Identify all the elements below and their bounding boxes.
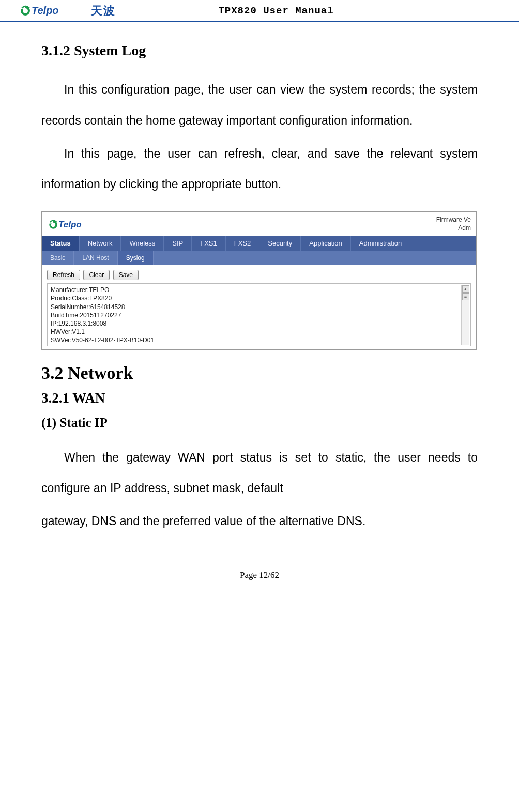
subtab-lanhost[interactable]: LAN Host: [74, 251, 117, 265]
subtab-syslog[interactable]: Syslog: [118, 251, 154, 265]
firmware-label: Firmware Ve Adm: [436, 216, 471, 232]
tab-administration[interactable]: Administration: [351, 236, 410, 251]
scrollbar[interactable]: ▴ ≡: [461, 285, 469, 344]
syslog-content: Manufacturer:TELPO ProductClass:TPX820 S…: [51, 286, 467, 344]
firmware-line1: Firmware Ve: [436, 216, 471, 224]
page-content: 3.1.2 System Log In this configuration p…: [0, 22, 519, 537]
subtab-basic[interactable]: Basic: [42, 251, 74, 265]
clear-button[interactable]: Clear: [83, 270, 110, 280]
syslog-screenshot: Telpo Firmware Ve Adm Status Network Wir…: [41, 211, 477, 349]
telpo-logo-icon: Telpo: [21, 3, 88, 19]
svg-text:Telpo: Telpo: [58, 220, 82, 229]
brand-logo: Telpo 天波: [21, 3, 116, 19]
refresh-button[interactable]: Refresh: [47, 270, 80, 280]
tab-status[interactable]: Status: [42, 236, 80, 251]
syslog-textarea[interactable]: Manufacturer:TELPO ProductClass:TPX820 S…: [47, 283, 471, 346]
main-tabs: Status Network Wireless SIP FXS1 FXS2 Se…: [42, 236, 476, 251]
firmware-line2: Adm: [436, 224, 471, 233]
tab-sip[interactable]: SIP: [164, 236, 192, 251]
heading-3-1-2: 3.1.2 System Log: [41, 42, 478, 59]
tab-application[interactable]: Application: [301, 236, 351, 251]
tab-security[interactable]: Security: [260, 236, 301, 251]
tab-network[interactable]: Network: [80, 236, 121, 251]
svg-text:Telpo: Telpo: [32, 5, 59, 16]
manual-title: TPX820 User Manual: [116, 5, 498, 17]
para-312-1: In this configuration page, the user can…: [41, 74, 478, 136]
heading-static-ip: (1) Static IP: [41, 416, 478, 430]
para-321-1: When the gateway WAN port status is set …: [41, 442, 478, 504]
scroll-up-icon[interactable]: ▴: [462, 285, 469, 293]
tab-fxs1[interactable]: FXS1: [192, 236, 226, 251]
para-312-2: In this page, the user can refresh, clea…: [41, 139, 478, 201]
page-header: Telpo 天波 TPX820 User Manual: [0, 0, 519, 22]
para-321-2: gateway, DNS and the preferred value of …: [41, 506, 478, 537]
page-footer: Page 12/62: [0, 539, 519, 591]
scroll-thumb[interactable]: ≡: [462, 293, 469, 300]
heading-3-2-1: 3.2.1 WAN: [41, 390, 478, 406]
telpo-logo-icon: Telpo: [49, 216, 106, 234]
tab-wireless[interactable]: Wireless: [121, 236, 164, 251]
heading-3-2: 3.2 Network: [41, 363, 478, 383]
save-button[interactable]: Save: [113, 270, 139, 280]
tab-fxs2[interactable]: FXS2: [226, 236, 260, 251]
sub-tabs: Basic LAN Host Syslog: [42, 251, 476, 265]
brand-cjk-text: 天波: [91, 3, 116, 19]
